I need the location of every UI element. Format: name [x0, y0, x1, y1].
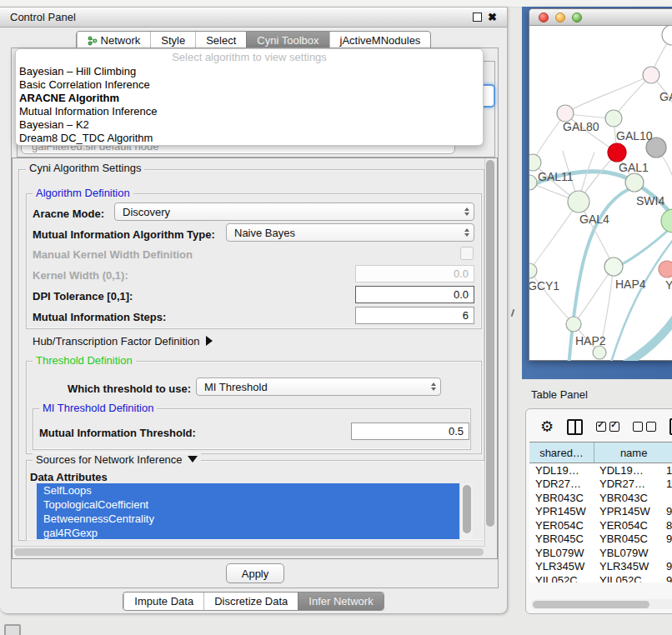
tab[interactable]: jActiveMNodules	[329, 32, 431, 49]
zoom-traffic-light[interactable]	[572, 12, 582, 22]
table-row[interactable]: YPR145W YPR145W 9.	[529, 505, 672, 519]
network-edge[interactable]	[529, 202, 579, 271]
dpi-tolerance-field[interactable]: 0.0	[355, 286, 474, 303]
cell-shared-name: YBL079W	[529, 547, 596, 559]
mi-type-combo[interactable]: Naive Bayes	[226, 223, 474, 242]
table-horizontal-scrollbar[interactable]	[531, 599, 672, 609]
attributes-scrollbar[interactable]	[459, 483, 473, 539]
table-row[interactable]: YBL079W YBL079W	[529, 546, 672, 560]
network-node[interactable]	[608, 143, 626, 162]
network-window-titlebar[interactable]	[529, 9, 672, 26]
bottom-tab[interactable]: Impute Data	[123, 592, 203, 610]
network-node[interactable]	[605, 110, 622, 127]
cell-value: 13	[661, 464, 672, 477]
tab[interactable]: Network	[77, 32, 151, 49]
hub-definition-toggle[interactable]: Hub/Transcription Factor Definition	[33, 335, 213, 348]
settings-scroll-area: Cyni Algorithm Settings Algorithm Defini…	[12, 158, 498, 559]
tab[interactable]: Select	[195, 32, 246, 49]
network-edge[interactable]	[616, 309, 672, 361]
network-node[interactable]	[625, 173, 644, 192]
deselect-all-icon[interactable]	[633, 422, 656, 432]
columns-icon[interactable]	[567, 419, 583, 435]
bottom-tab[interactable]: Infer Network	[298, 592, 383, 610]
network-node[interactable]	[568, 191, 589, 212]
network-node[interactable]	[643, 67, 659, 83]
network-edge[interactable]	[565, 75, 651, 113]
split-pane-handle[interactable]	[511, 309, 515, 317]
network-node[interactable]	[662, 26, 672, 45]
network-node-label: GCY1	[529, 279, 559, 292]
network-node[interactable]	[557, 105, 574, 122]
close-icon[interactable]: ✖	[488, 12, 497, 22]
network-node[interactable]	[604, 258, 623, 276]
settings-horizontal-scrollbar[interactable]	[13, 546, 485, 558]
table-toolbar: ⚙	[526, 409, 672, 442]
network-node[interactable]	[566, 317, 581, 332]
which-threshold-label: Which threshold to use:	[68, 382, 191, 395]
aracne-mode-label: Aracne Mode:	[33, 208, 104, 220]
network-edge[interactable]	[533, 113, 565, 162]
gear-icon[interactable]: ⚙	[540, 421, 554, 432]
collapse-down-icon[interactable]	[188, 456, 198, 462]
minimized-panel-icon[interactable]	[4, 624, 21, 635]
attribute-item[interactable]: BetweennessCentrality	[37, 512, 459, 526]
network-node-label: HAP2	[575, 334, 606, 348]
control-panel-window: Control Panel ✖	[0, 7, 508, 614]
algorithm-option[interactable]: Basic Correlation Inference	[16, 78, 483, 92]
network-canvas[interactable]: GALGAL80GAL10GAL1GAL11SWI4GAL4GCY1HAP4YH…	[529, 26, 672, 361]
table-row[interactable]: YBR045C YBR045C 9.	[529, 532, 672, 547]
scrollbar-thumb[interactable]	[533, 601, 649, 608]
table-header-cell[interactable]: name	[594, 442, 672, 462]
network-node[interactable]	[659, 261, 672, 278]
bottom-tab[interactable]: Discretize Data	[203, 592, 298, 610]
tab[interactable]: Style	[150, 32, 195, 49]
network-node-label: Y	[665, 278, 672, 292]
table-row[interactable]: YBR043C YBR043C	[529, 491, 672, 505]
kernel-width-field[interactable]: 0.0	[355, 265, 474, 282]
network-node[interactable]	[529, 154, 541, 171]
control-panel-titlebar[interactable]: Control Panel ✖	[0, 8, 507, 28]
bottom-tab-label: Infer Network	[308, 595, 373, 608]
scrollbar-thumb[interactable]	[14, 548, 484, 556]
manual-kernel-checkbox[interactable]	[460, 247, 474, 260]
algorithm-option[interactable]: Mutual Information Inference	[16, 105, 483, 118]
minimize-traffic-light[interactable]	[555, 12, 565, 22]
algorithm-option[interactable]: Bayesian – K2	[16, 118, 483, 132]
mi-steps-field[interactable]: 6	[355, 307, 474, 324]
expand-right-icon[interactable]	[206, 336, 213, 346]
network-node[interactable]	[661, 209, 672, 232]
network-node[interactable]	[529, 175, 537, 190]
kernel-width-label: Kernel Width (0,1):	[33, 269, 128, 282]
algorithm-option[interactable]: ARACNE Algorithm	[16, 92, 483, 105]
table-row[interactable]: YDR27… YDR27… 12	[529, 478, 672, 492]
table-row[interactable]: YIL052C YIL052C 9	[529, 573, 672, 582]
attribute-item[interactable]: gal4RGexp	[37, 526, 459, 539]
algorithm-option[interactable]: Dream8 DC_TDC Algorithm	[16, 132, 483, 145]
tab-label: Cyni Toolbox	[257, 34, 318, 47]
network-svg[interactable]: GALGAL80GAL10GAL1GAL11SWI4GAL4GCY1HAP4YH…	[529, 26, 672, 361]
table-row[interactable]: YER054C YER054C 8.	[529, 518, 672, 532]
cell-shared-name: YBR045C	[529, 532, 596, 545]
which-threshold-combo[interactable]: MI Threshold	[196, 378, 441, 396]
stepper-arrows-icon	[464, 228, 469, 237]
network-node[interactable]	[593, 346, 606, 359]
select-all-icon[interactable]	[596, 422, 619, 432]
tab[interactable]: Cyni Toolbox	[246, 32, 328, 49]
settings-vertical-scrollbar[interactable]	[484, 158, 497, 547]
apply-button[interactable]: Apply	[226, 563, 284, 583]
network-edge[interactable]	[609, 236, 672, 361]
attribute-item[interactable]: TopologicalCoefficient	[37, 498, 459, 512]
network-node[interactable]	[529, 263, 537, 278]
scrollbar-thumb[interactable]	[486, 160, 494, 527]
attribute-item[interactable]: SelfLoops	[37, 483, 459, 498]
algorithm-option[interactable]: Bayesian – Hill Climbing	[16, 65, 483, 78]
network-node-label: GAL4	[579, 212, 609, 226]
mi-threshold-field[interactable]: 0.5	[351, 422, 469, 440]
close-traffic-light[interactable]	[539, 12, 549, 22]
aracne-mode-combo[interactable]: Discovery	[114, 202, 474, 221]
table-row[interactable]: YLR345W YLR345W 9.	[529, 560, 672, 574]
table-row[interactable]: YDL19… YDL19… 13	[529, 463, 672, 478]
sources-toggle[interactable]: Sources for Network Inference	[33, 453, 201, 466]
table-header-cell[interactable]: shared…	[529, 442, 594, 462]
float-panel-icon[interactable]	[473, 12, 482, 22]
